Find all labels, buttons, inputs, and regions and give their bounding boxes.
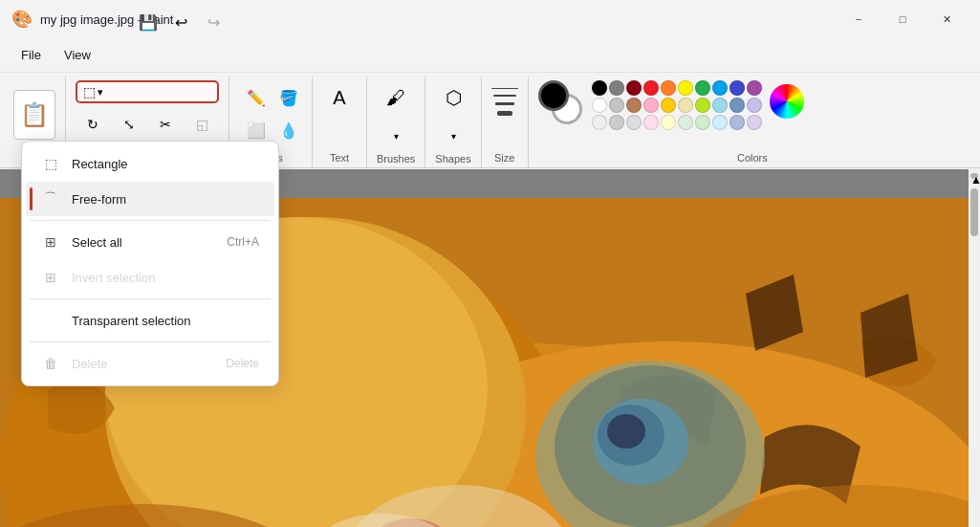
colors-section: Colors xyxy=(529,77,976,167)
color-yellow[interactable] xyxy=(678,80,693,96)
color-darkred[interactable] xyxy=(626,80,642,96)
shapes-dropdown[interactable]: ▾ xyxy=(436,119,470,153)
shapes-tool[interactable]: ⬡ xyxy=(436,80,470,115)
color-lavender[interactable] xyxy=(747,98,762,113)
color-blue[interactable] xyxy=(730,80,745,96)
view-menu[interactable]: View xyxy=(54,44,100,66)
color-light[interactable] xyxy=(626,115,642,130)
freeform-label: Free-form xyxy=(72,192,259,207)
undo-button[interactable]: ↩ xyxy=(166,8,195,36)
delete-label: Delete xyxy=(72,357,214,371)
scrollbar-thumb[interactable] xyxy=(970,188,978,236)
window-controls: − □ ✕ xyxy=(837,4,969,34)
color-green[interactable] xyxy=(695,80,710,96)
color-red[interactable] xyxy=(643,80,659,96)
brush-tool[interactable]: 🖌 xyxy=(379,80,413,115)
color-lightblue[interactable] xyxy=(712,98,728,113)
close-button[interactable]: ✕ xyxy=(925,4,969,34)
edit-colors-area xyxy=(770,80,804,119)
text-section: A Text xyxy=(313,77,367,167)
color-palette xyxy=(592,80,762,130)
fill-tool[interactable]: 🪣 xyxy=(272,80,306,115)
app-icon: 🎨 xyxy=(11,9,33,30)
quick-access: 💾 ↩ ↪ xyxy=(134,8,228,36)
size-4[interactable] xyxy=(497,111,512,116)
color-blush[interactable] xyxy=(643,115,659,130)
color-thistle[interactable] xyxy=(747,115,762,130)
palette-row-3 xyxy=(592,115,762,130)
save-button[interactable]: 💾 xyxy=(134,8,163,36)
divider-2 xyxy=(30,298,271,299)
menu-item-invertselection[interactable]: ⊞ Invert selection xyxy=(26,260,274,295)
color-steelblue[interactable] xyxy=(730,98,745,113)
brushes-section: 🖌 ▾ Brushes xyxy=(367,77,425,167)
palette-row-1 xyxy=(592,80,762,96)
menu-item-rectangle[interactable]: ⬚ Rectangle xyxy=(26,146,274,181)
delete-shortcut: Delete xyxy=(226,357,259,370)
colors-label: Colors xyxy=(737,152,768,164)
redo-button[interactable]: ↪ xyxy=(199,8,228,36)
minimize-button[interactable]: − xyxy=(837,4,881,34)
transparent-label: Transparent selection xyxy=(72,314,259,328)
shapes-label: Shapes xyxy=(435,153,470,165)
selectall-shortcut: Ctrl+A xyxy=(227,235,259,249)
color-lightgray[interactable] xyxy=(609,98,624,113)
color-silver[interactable] xyxy=(609,115,624,130)
maximize-button[interactable]: □ xyxy=(881,4,925,34)
scrollbar-vertical[interactable]: ▲ xyxy=(969,169,980,527)
size-2[interactable] xyxy=(493,95,516,97)
color-periwinkle[interactable] xyxy=(730,115,745,130)
divider-3 xyxy=(30,341,271,342)
foreground-color[interactable] xyxy=(538,80,569,111)
color-white[interactable] xyxy=(592,98,607,113)
color-lime[interactable] xyxy=(695,98,710,113)
size-1[interactable] xyxy=(491,88,518,89)
scrollbar-up[interactable]: ▲ xyxy=(970,173,978,179)
color-orange[interactable] xyxy=(661,80,676,96)
menu-item-transparent[interactable]: Transparent selection xyxy=(26,303,274,338)
file-menu[interactable]: File xyxy=(11,44,51,66)
color-cream[interactable] xyxy=(678,98,693,113)
pencil-tool[interactable]: ✏️ xyxy=(239,80,273,115)
color-mintcream[interactable] xyxy=(678,115,693,130)
text-tool[interactable]: A xyxy=(322,80,357,115)
select-dropdown-button[interactable]: ⬚ ▾ xyxy=(76,80,219,103)
select-label: ▾ xyxy=(98,86,103,99)
color-brown[interactable] xyxy=(626,98,642,113)
brush-dropdown[interactable]: ▾ xyxy=(379,119,413,153)
color-pink[interactable] xyxy=(643,98,659,113)
color-gold[interactable] xyxy=(661,98,676,113)
edit-colors-button[interactable] xyxy=(770,84,804,119)
menu-item-selectall[interactable]: ⊞ Select all Ctrl+A xyxy=(26,225,274,259)
color-purple[interactable] xyxy=(747,80,762,96)
freeform-icon: ⌒ xyxy=(41,189,60,209)
select-icon: ⬚ xyxy=(83,84,96,99)
color-cyan[interactable] xyxy=(712,80,728,96)
divider-1 xyxy=(30,220,271,221)
brushes-label: Brushes xyxy=(377,153,415,165)
shapes-section: ⬡ ▾ Shapes xyxy=(425,77,481,167)
rotate-button[interactable]: ↻ xyxy=(76,107,110,142)
delete-icon: 🗑 xyxy=(41,354,60,373)
color-lightyellow[interactable] xyxy=(661,115,676,130)
color-lightgreen2[interactable] xyxy=(695,115,710,130)
size-section: Size xyxy=(482,77,529,167)
menu-item-delete[interactable]: 🗑 Delete Delete xyxy=(26,346,274,381)
transparent-icon xyxy=(41,311,60,330)
invertselection-label: Invert selection xyxy=(72,271,259,285)
resize-button[interactable]: ⤡ xyxy=(112,107,146,142)
skew-button[interactable]: ◱ xyxy=(185,107,219,142)
paste-button[interactable]: 📋 xyxy=(13,90,55,140)
color-skyblue[interactable] xyxy=(712,115,728,130)
color-gray[interactable] xyxy=(609,80,624,96)
svg-point-10 xyxy=(607,414,645,449)
size-label: Size xyxy=(494,152,514,164)
crop-button[interactable]: ✂ xyxy=(148,107,183,142)
active-colors xyxy=(538,80,584,126)
size-3[interactable] xyxy=(495,102,514,105)
color-offwhite[interactable] xyxy=(592,115,607,130)
color-black[interactable] xyxy=(592,80,607,96)
rectangle-label: Rectangle xyxy=(72,157,259,171)
menu-item-freeform[interactable]: ⌒ Free-form xyxy=(26,182,274,216)
rectangle-icon: ⬚ xyxy=(41,154,60,173)
